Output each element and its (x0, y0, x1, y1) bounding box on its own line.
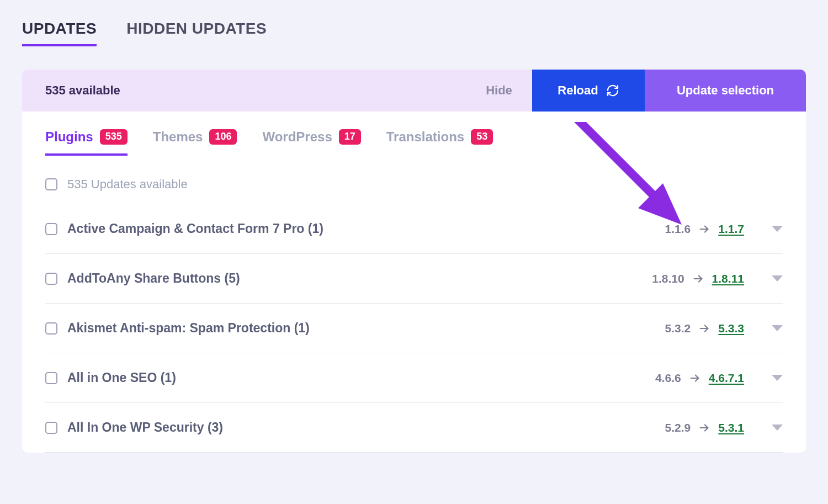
update-row: All in One SEO (1) 4.6.6 4.6.7.1 (45, 353, 783, 403)
row-title: AddToAny Share Buttons (5) (67, 271, 642, 286)
tab-wordpress[interactable]: WordPress 17 (262, 129, 360, 155)
chevron-down-icon[interactable] (772, 226, 783, 232)
update-row: AddToAny Share Buttons (5) 1.8.10 1.8.11 (45, 254, 783, 304)
reload-icon (606, 84, 619, 97)
tab-plugins[interactable]: Plugins 535 (45, 129, 128, 155)
tab-plugins-label: Plugins (45, 129, 93, 145)
row-title: Active Campaign & Contact Form 7 Pro (1) (67, 221, 655, 236)
update-row: All In One WP Security (3) 5.2.9 5.3.1 (45, 403, 783, 453)
arrow-right-icon (698, 422, 710, 434)
version-to[interactable]: 1.8.11 (712, 272, 744, 285)
update-selection-label: Update selection (677, 83, 774, 98)
chevron-down-icon[interactable] (772, 325, 783, 331)
updates-list: 535 Updates available Active Campaign & … (22, 155, 806, 453)
reload-label: Reload (558, 83, 598, 98)
tab-hidden-updates[interactable]: HIDDEN UPDATES (126, 20, 267, 45)
action-band: 535 available Hide Reload Update selecti… (22, 70, 806, 112)
row-checkbox[interactable] (45, 273, 57, 285)
tab-themes-label: Themes (153, 129, 203, 145)
row-checkbox[interactable] (45, 372, 57, 384)
row-checkbox[interactable] (45, 322, 57, 335)
version-to[interactable]: 1.1.7 (718, 222, 744, 236)
arrow-right-icon (692, 273, 704, 285)
hide-button[interactable]: Hide (466, 70, 532, 112)
update-selection-button[interactable]: Update selection (645, 70, 806, 112)
row-title: All In One WP Security (3) (67, 420, 655, 435)
row-title: Akismet Anti-spam: Spam Protection (1) (67, 321, 655, 336)
chevron-down-icon[interactable] (772, 425, 783, 431)
arrow-right-icon (698, 322, 710, 335)
version-block: 1.1.6 1.1.7 (665, 222, 744, 236)
version-from: 1.1.6 (665, 222, 691, 236)
arrow-right-icon (689, 372, 701, 384)
row-title: All in One SEO (1) (67, 370, 645, 385)
tab-translations-badge: 53 (471, 129, 493, 145)
arrow-right-icon (698, 223, 710, 235)
version-block: 1.8.10 1.8.11 (652, 272, 744, 285)
tab-translations[interactable]: Translations 53 (386, 129, 493, 155)
version-to[interactable]: 5.3.1 (718, 421, 744, 434)
select-all-checkbox[interactable] (45, 178, 57, 190)
update-row: Akismet Anti-spam: Spam Protection (1) 5… (45, 304, 783, 353)
version-block: 5.2.9 5.3.1 (665, 421, 744, 434)
updates-card: 535 available Hide Reload Update selecti… (22, 70, 806, 453)
version-block: 4.6.6 4.6.7.1 (655, 372, 744, 385)
version-from: 4.6.6 (655, 372, 681, 385)
version-from: 1.8.10 (652, 272, 684, 285)
summary-text: 535 Updates available (67, 177, 188, 192)
tab-plugins-badge: 535 (100, 129, 128, 145)
row-checkbox[interactable] (45, 223, 57, 235)
tab-themes-badge: 106 (209, 129, 237, 145)
version-block: 5.3.2 5.3.3 (665, 322, 744, 335)
version-to[interactable]: 4.6.7.1 (709, 372, 744, 385)
version-from: 5.3.2 (665, 322, 691, 335)
tab-themes[interactable]: Themes 106 (153, 129, 237, 155)
tab-wordpress-badge: 17 (339, 129, 361, 145)
top-tabs: UPDATES HIDDEN UPDATES (22, 20, 806, 45)
chevron-down-icon[interactable] (772, 375, 783, 381)
reload-button[interactable]: Reload (532, 70, 645, 112)
category-tabs: Plugins 535 Themes 106 WordPress 17 Tran… (22, 112, 806, 155)
version-from: 5.2.9 (665, 421, 691, 434)
row-checkbox[interactable] (45, 422, 57, 434)
tab-translations-label: Translations (386, 129, 464, 145)
tab-updates[interactable]: UPDATES (22, 20, 97, 45)
tab-wordpress-label: WordPress (262, 129, 332, 145)
chevron-down-icon[interactable] (772, 275, 783, 282)
update-row: Active Campaign & Contact Form 7 Pro (1)… (45, 204, 783, 254)
version-to[interactable]: 5.3.3 (718, 322, 744, 335)
available-count: 535 available (22, 70, 466, 112)
select-all-row: 535 Updates available (45, 165, 783, 204)
